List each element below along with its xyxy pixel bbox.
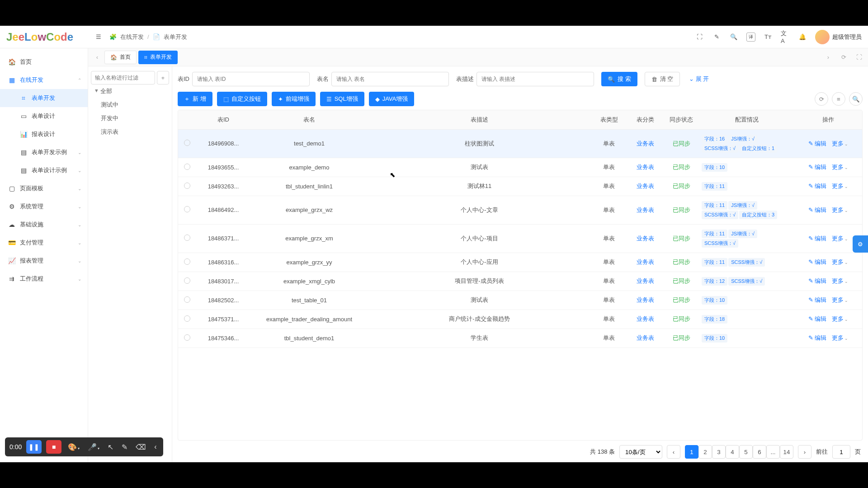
expand-filters-button[interactable]: ⌄ 展 开 (689, 75, 709, 83)
table-row[interactable]: 18475371... example_trader_dealing_amoun… (178, 310, 862, 328)
edit-link[interactable]: ✎ 编辑 (808, 334, 827, 341)
table-row[interactable]: 18483017... example_xmgl_cylb 项目管理-成员列表 … (178, 272, 862, 291)
filter-name-input[interactable] (331, 72, 449, 86)
page-number-button[interactable]: 3 (712, 445, 726, 459)
row-radio[interactable] (184, 315, 190, 322)
recorder-palette-button[interactable]: 🎨▾ (66, 443, 81, 451)
table-row[interactable]: 18475346... tbl_student_demo1 学生表 单表 业务表… (178, 328, 862, 347)
recorder-pause-button[interactable]: ❚❚ (26, 440, 42, 454)
row-radio[interactable] (184, 235, 190, 241)
edit-link[interactable]: ✎ 编辑 (808, 164, 827, 170)
user-menu[interactable]: 超级管理员 (815, 30, 862, 44)
recorder-collapse-button[interactable]: ‹ (152, 443, 158, 451)
cell-category[interactable]: 业务表 (637, 315, 654, 322)
sidebar-group-online-dev[interactable]: ▦在线开发⌃ (0, 71, 88, 89)
table-row[interactable]: 18486371... example_grzx_xm 个人中心-项目 单表 业… (178, 224, 862, 253)
goto-input[interactable] (832, 445, 850, 459)
edit-link[interactable]: ✎ 编辑 (808, 258, 827, 265)
sidebar-item-report-design[interactable]: 📊报表设计 (0, 125, 88, 143)
cell-category[interactable]: 业务表 (637, 258, 654, 265)
page-next-button[interactable]: › (798, 445, 811, 459)
sidebar-item-form-dev[interactable]: ⌗表单开发 (0, 89, 88, 107)
more-link[interactable]: 更多⌄ (832, 206, 848, 213)
filter-id-input[interactable] (192, 72, 310, 86)
row-radio[interactable] (184, 183, 190, 189)
tree-node[interactable]: 测试中 (91, 98, 169, 112)
edit-link[interactable]: ✎ 编辑 (808, 277, 827, 284)
page-number-button[interactable]: 1 (685, 445, 698, 459)
cell-category[interactable]: 业务表 (637, 206, 654, 213)
tab-next-icon[interactable]: › (823, 52, 834, 63)
sidebar-item-payment[interactable]: 💳支付管理⌄ (0, 234, 88, 252)
sidebar-item-report-mgmt[interactable]: 📈报表管理⌄ (0, 252, 88, 270)
sidebar-item-infra[interactable]: ☁基础设施⌄ (0, 216, 88, 234)
recorder-pen-button[interactable]: ✎ (120, 443, 129, 451)
tree-root[interactable]: 全部 (91, 84, 169, 98)
page-number-button[interactable]: 5 (739, 445, 753, 459)
edit-link[interactable]: ✎ 编辑 (808, 206, 827, 213)
page-number-button[interactable]: 4 (726, 445, 739, 459)
tab-home[interactable]: 🏠首页 (104, 51, 137, 64)
sidebar-home[interactable]: 🏠首页 (0, 53, 88, 71)
more-link[interactable]: 更多⌄ (832, 235, 848, 242)
table-row[interactable]: 18486316... example_grzx_yy 个人中心-应用 单表 业… (178, 253, 862, 272)
row-radio[interactable] (184, 296, 190, 303)
cell-category[interactable]: 业务表 (637, 164, 654, 170)
cell-category[interactable]: 业务表 (637, 183, 654, 189)
tree-add-button[interactable]: + (157, 71, 169, 84)
page-number-button[interactable]: 2 (698, 445, 712, 459)
page-prev-button[interactable]: ‹ (667, 445, 680, 459)
edit-link[interactable]: ✎ 编辑 (808, 140, 827, 147)
tree-node[interactable]: 演示表 (91, 125, 169, 139)
search-toggle-button[interactable]: 🔍 (849, 92, 863, 106)
page-number-button[interactable]: 14 (780, 445, 793, 459)
edit-link[interactable]: ✎ 编辑 (808, 296, 827, 303)
bell-icon[interactable]: 🔔 (798, 33, 807, 42)
row-radio[interactable] (184, 258, 190, 265)
cell-category[interactable]: 业务表 (637, 334, 654, 341)
row-radio[interactable] (184, 334, 190, 341)
sidebar-item-form-dev-example[interactable]: ▤表单开发示例⌄ (0, 143, 88, 161)
sidebar-item-system[interactable]: ⚙系统管理⌄ (0, 197, 88, 216)
tree-node[interactable]: 开发中 (91, 112, 169, 125)
column-settings-button[interactable]: ≡ (832, 92, 845, 106)
page-number-button[interactable]: ... (766, 445, 780, 459)
more-link[interactable]: 更多⌄ (832, 183, 848, 189)
java-enhance-button[interactable]: ◆JAVA增强 (369, 92, 415, 106)
row-radio[interactable] (184, 164, 190, 170)
table-row[interactable]: 18493263... tbl_student_linlin1 测试林11 单表… (178, 177, 862, 196)
sidebar-item-form-design-example[interactable]: ▤表单设计示例⌄ (0, 161, 88, 179)
sidebar-item-form-design[interactable]: ▭表单设计 (0, 107, 88, 125)
expand-icon[interactable]: ⛶ (854, 52, 864, 63)
more-link[interactable]: 更多⌄ (832, 258, 848, 265)
search-icon[interactable]: 🔍 (729, 33, 738, 42)
filter-desc-input[interactable] (476, 72, 594, 86)
sidebar-item-page-template[interactable]: ▢页面模板⌄ (0, 179, 88, 197)
tab-prev-icon[interactable]: ‹ (92, 52, 103, 63)
refresh-icon[interactable]: ⟳ (838, 52, 849, 63)
row-radio[interactable] (184, 277, 190, 284)
page-size-select[interactable]: 10条/页 (619, 445, 662, 459)
cell-category[interactable]: 业务表 (637, 235, 654, 242)
refresh-table-button[interactable]: ⟳ (815, 92, 828, 106)
cell-category[interactable]: 业务表 (637, 296, 654, 303)
cell-category[interactable]: 业务表 (637, 140, 654, 147)
menu-toggle-icon[interactable]: ☰ (94, 33, 103, 42)
breadcrumb-item[interactable]: 表单开发 (164, 33, 187, 41)
translate-badge[interactable]: 译 (746, 33, 755, 42)
more-link[interactable]: 更多⌄ (832, 334, 848, 341)
edit-link[interactable]: ✎ 编辑 (808, 183, 827, 189)
more-link[interactable]: 更多⌄ (832, 140, 848, 147)
recorder-cursor-button[interactable]: ↖ (106, 443, 115, 451)
row-radio[interactable] (184, 140, 190, 146)
sidebar-item-workflow[interactable]: ⇉工作流程⌄ (0, 270, 88, 288)
font-size-icon[interactable]: Tᴛ (764, 33, 773, 42)
table-row[interactable]: 18486492... example_grzx_wz 个人中心-文章 单表 业… (178, 196, 862, 224)
more-link[interactable]: 更多⌄ (832, 164, 848, 170)
fullscreen-icon[interactable]: ⛶ (695, 33, 704, 42)
table-row[interactable]: 18496908... test_demo1 柱状图测试 单表 业务表 已同步 … (178, 129, 862, 158)
more-link[interactable]: 更多⌄ (832, 277, 848, 284)
language-icon[interactable]: 文A (781, 33, 790, 42)
edit-link[interactable]: ✎ 编辑 (808, 315, 827, 322)
recorder-erase-button[interactable]: ⌫ (134, 443, 148, 451)
